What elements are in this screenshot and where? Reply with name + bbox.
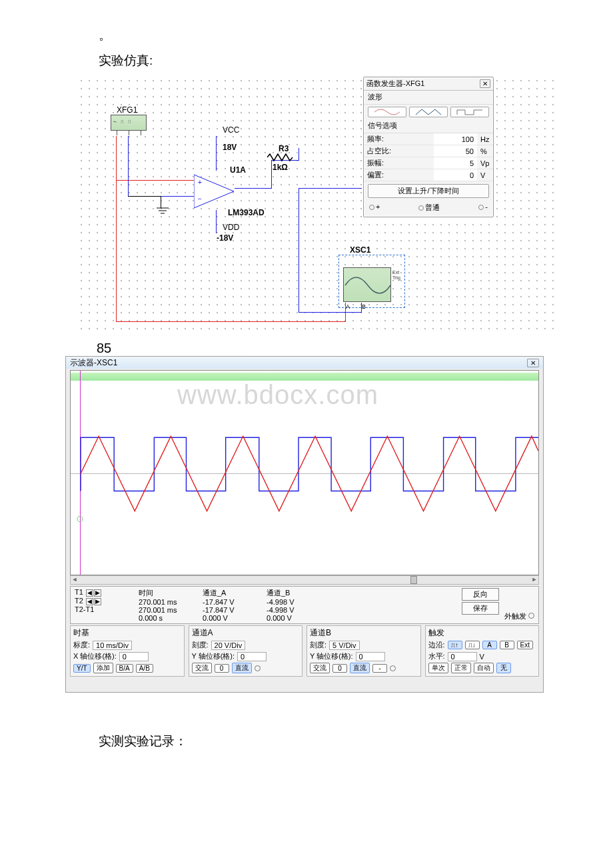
invert-button[interactable]: 反向	[462, 588, 499, 601]
ext-trig-label: 外触发	[504, 612, 526, 620]
wire	[299, 188, 299, 312]
chb-ypos-value[interactable]: 0	[356, 652, 385, 661]
t2t1-label: T2-T1	[75, 605, 133, 613]
chb-ac-button[interactable]: 交流	[310, 663, 330, 673]
cha-header: 通道A	[192, 627, 300, 639]
r3-value: 1kΩ	[273, 163, 288, 172]
fg-amp-label: 振幅:	[364, 157, 434, 169]
trig-b-button[interactable]: B	[500, 641, 514, 649]
t1-right-button[interactable]: ▶	[94, 589, 101, 597]
xsc1-icon: Ext Trig A B	[338, 255, 405, 308]
circuit-figure: XFG1 + − VCC 18V U1A LM393AD VDD -18V R3…	[75, 75, 560, 331]
resistor-r3	[267, 153, 294, 162]
ba-button[interactable]: B/A	[116, 664, 133, 673]
xfg1-icon	[111, 115, 147, 131]
xsc-port-b: B	[362, 303, 366, 310]
wire	[299, 188, 362, 189]
heading-record: 实测实验记录：	[0, 693, 613, 751]
fg-amp-value[interactable]: 5	[434, 157, 477, 169]
fg-plus[interactable]: +	[376, 203, 380, 211]
edge-rise-button[interactable]: ⎍↑	[448, 641, 462, 649]
trig-level-value[interactable]: 0	[448, 652, 477, 661]
trig-level-label: 水平:	[428, 651, 445, 661]
scope-title: 示波器-XSC1	[70, 357, 117, 369]
t2-time: 270.001 ms	[139, 606, 197, 614]
trig-single-button[interactable]: 单次	[428, 663, 448, 673]
t2-right-button[interactable]: ▶	[94, 598, 101, 605]
chb-dash-button[interactable]: -	[372, 664, 387, 673]
wave-sine-button[interactable]	[368, 107, 406, 117]
t1-chb: -4.998 V	[267, 598, 325, 606]
trig-ext-button[interactable]: Ext	[517, 641, 533, 649]
cha-scale-value[interactable]: 20 V/Div	[211, 641, 246, 650]
cha-dc-button[interactable]: 直流	[232, 663, 252, 673]
trig-normal-button[interactable]: 正常	[451, 663, 471, 673]
close-icon[interactable]: ✕	[480, 79, 490, 88]
chb-enable-radio[interactable]	[390, 665, 396, 671]
t1-cha: -17.847 V	[203, 598, 261, 606]
fg-rise-fall-button[interactable]: 设置上升/下降时间	[368, 184, 489, 198]
chb-col-header: 通道_B	[267, 588, 325, 598]
yt-button[interactable]: Y/T	[73, 664, 91, 673]
chb-0-button[interactable]: 0	[332, 664, 347, 673]
wire	[128, 196, 161, 197]
svg-text:−: −	[198, 195, 202, 203]
chb-header: 通道B	[310, 627, 418, 639]
close-icon[interactable]: ✕	[527, 359, 539, 367]
scroll-thumb[interactable]	[410, 576, 417, 584]
scroll-right-icon[interactable]: ►	[530, 576, 538, 584]
lm393: LM393AD	[228, 208, 265, 217]
fg-title: 函数发生器-XFG1	[366, 79, 424, 89]
svg-text:+: +	[198, 179, 202, 186]
v18n: -18V	[217, 233, 233, 243]
d-chb: 0.000 V	[267, 614, 325, 622]
channel-a-group: 通道A 刻度: 20 V/Div Y 轴位移(格): 0 交流 0 直流	[189, 625, 303, 677]
fg-common[interactable]: 普通	[425, 203, 440, 211]
chb-dc-button[interactable]: 直流	[350, 663, 370, 673]
wave-square-button[interactable]	[450, 107, 489, 117]
trig-auto-button[interactable]: 自动	[474, 663, 494, 673]
scroll-left-icon[interactable]: ◄	[71, 576, 79, 584]
wire	[128, 136, 129, 196]
wire	[116, 136, 117, 180]
tb-scale-label: 标度:	[73, 640, 90, 650]
fg-freq-value[interactable]: 100	[434, 133, 477, 145]
tb-xpos-value[interactable]: 0	[119, 652, 149, 661]
tb-xpos-label: X 轴位移(格):	[73, 651, 117, 661]
dt-time: 0.000 s	[139, 614, 197, 622]
t2-chb: -4.998 V	[267, 606, 325, 614]
save-button[interactable]: 保存	[462, 602, 499, 615]
timebase-scrollbar[interactable]: ◄ ►	[70, 575, 539, 585]
fg-freq-unit: Hz	[477, 133, 493, 145]
fg-offset-value[interactable]: 0	[434, 169, 477, 181]
add-button[interactable]: 添加	[93, 663, 113, 673]
svg-point-7	[77, 517, 83, 522]
chb-scale-value[interactable]: 5 V/Div	[329, 641, 359, 650]
edge-fall-button[interactable]: ⎍↓	[465, 641, 480, 649]
t2-left-button[interactable]: ◀	[86, 598, 93, 605]
t2-cha: -17.847 V	[203, 606, 261, 614]
fg-minus[interactable]: -	[485, 203, 488, 211]
wire	[116, 321, 346, 322]
cha-ypos-value[interactable]: 0	[237, 652, 267, 661]
ground-icon	[157, 207, 169, 217]
wave-triangle-button[interactable]	[409, 107, 448, 117]
cha-col-header: 通道_A	[203, 588, 261, 598]
ext-trig-radio[interactable]	[528, 613, 534, 619]
trig-none-button[interactable]: 无	[496, 663, 511, 673]
t2-label: T2	[75, 597, 83, 605]
fg-amp-unit: Vp	[477, 157, 493, 169]
cha-ac-button[interactable]: 交流	[192, 663, 212, 673]
ext-trig-label: Ext Trig	[392, 270, 400, 280]
ab-button[interactable]: A/B	[136, 664, 153, 673]
t1-left-button[interactable]: ◀	[86, 589, 93, 597]
trig-a-button[interactable]: A	[482, 641, 497, 649]
cha-0-button[interactable]: 0	[215, 664, 229, 673]
trigger-group: 触发 边沿: ⎍↑ ⎍↓ A B Ext 水平: 0 V 单次 正常 自动 无	[425, 625, 540, 677]
cha-enable-radio[interactable]	[255, 665, 261, 671]
vcc-label: VCC	[223, 125, 239, 135]
xsc-port-a: A	[346, 303, 350, 310]
trig-level-unit: V	[480, 653, 484, 661]
tb-scale-value[interactable]: 10 ms/Div	[93, 641, 132, 650]
fg-duty-value[interactable]: 50	[434, 145, 477, 157]
